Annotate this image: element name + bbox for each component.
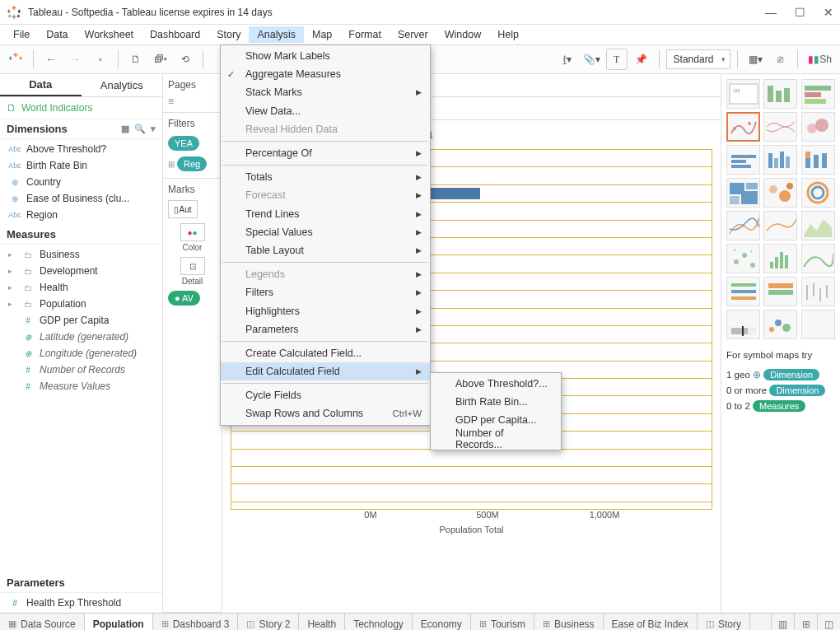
- menu-item[interactable]: Totals▶: [221, 168, 430, 186]
- filter-pill-year[interactable]: YEA: [168, 136, 199, 151]
- submenu-item[interactable]: Above Threshold?...: [431, 375, 561, 393]
- field-item[interactable]: ▸🗀Health: [0, 279, 162, 296]
- menu-item[interactable]: Parameters▶: [221, 320, 430, 338]
- menu-item[interactable]: Cycle Fields: [221, 386, 430, 404]
- menu-item[interactable]: Stack Marks▶: [221, 83, 430, 101]
- field-item[interactable]: ⊕Longitude (generated): [0, 345, 162, 362]
- detail-button[interactable]: ⊡: [180, 257, 205, 275]
- showme-thumb[interactable]: [801, 178, 835, 208]
- showme-thumb[interactable]: [726, 145, 760, 175]
- menu-server[interactable]: Server: [390, 26, 436, 43]
- menu-story[interactable]: Story: [208, 26, 249, 43]
- menu-item[interactable]: Table Layout▶: [221, 241, 430, 259]
- menu-map[interactable]: Map: [304, 26, 340, 43]
- text-icon[interactable]: T: [606, 49, 628, 70]
- menu-item[interactable]: Forecast▶: [221, 186, 430, 204]
- menu-item[interactable]: Special Values▶: [221, 223, 430, 241]
- showme-thumb[interactable]: 123: [726, 79, 760, 109]
- sheet-tab[interactable]: Population: [85, 614, 153, 630]
- menu-worksheet[interactable]: Worksheet: [77, 26, 142, 43]
- menu-analysis[interactable]: Analysis: [249, 26, 304, 43]
- field-item[interactable]: ▸🗀Business: [0, 246, 162, 263]
- maximize-button[interactable]: ☐: [795, 6, 805, 19]
- showme-thumb[interactable]: [726, 277, 760, 306]
- sheet-tab[interactable]: ◫Story 2: [238, 614, 299, 630]
- field-item[interactable]: AbcRegion: [0, 207, 162, 223]
- showme-thumb[interactable]: [801, 112, 835, 142]
- menu-item[interactable]: ✓Aggregate Measures: [221, 65, 430, 83]
- field-item[interactable]: ⊕Latitude (generated): [0, 329, 162, 345]
- line-icon[interactable]: ℓ▾: [557, 49, 578, 70]
- view-icon[interactable]: ▦: [121, 124, 129, 134]
- menu-item[interactable]: Reveal Hidden Data: [221, 120, 430, 138]
- showme-thumb[interactable]: [763, 211, 797, 240]
- sheet-tab[interactable]: Health: [299, 614, 345, 630]
- save-icon[interactable]: ▫: [90, 49, 111, 70]
- analytics-tab[interactable]: Analytics: [82, 74, 163, 96]
- filter-pill-region[interactable]: Reg: [177, 156, 207, 171]
- forward-button[interactable]: →: [65, 49, 86, 70]
- menu-file[interactable]: File: [5, 26, 38, 43]
- sheet-tab[interactable]: ⊞Dashboard 3: [153, 614, 239, 630]
- showme-thumb[interactable]: [763, 310, 797, 339]
- search-icon[interactable]: 🔍: [134, 124, 146, 134]
- back-button[interactable]: ←: [40, 49, 62, 70]
- showme-thumb[interactable]: [801, 211, 835, 240]
- menu-item[interactable]: Percentage Of▶: [221, 144, 430, 162]
- menu-data[interactable]: Data: [38, 26, 76, 43]
- mark-pill[interactable]: ● AV: [168, 291, 200, 306]
- new-worksheet-icon[interactable]: 🗊▾: [150, 49, 171, 70]
- showme-thumb[interactable]: [726, 211, 760, 240]
- menu-format[interactable]: Format: [340, 26, 390, 43]
- submenu-item[interactable]: Number of Records...: [431, 430, 561, 448]
- field-item[interactable]: ⊕Ease of Business (clu...: [0, 190, 162, 207]
- fit-dropdown[interactable]: Standard: [666, 49, 731, 69]
- menu-help[interactable]: Help: [489, 26, 527, 43]
- showme-thumb[interactable]: [801, 310, 835, 339]
- new-story-icon[interactable]: ◫: [817, 614, 840, 630]
- sheet-tab[interactable]: ▦Data Source: [0, 614, 85, 630]
- showme-thumb[interactable]: [801, 145, 835, 175]
- field-item[interactable]: #GDP per Capita: [0, 312, 162, 329]
- showme-thumb[interactable]: [726, 178, 760, 208]
- sheet-tab[interactable]: ◫Story: [698, 614, 750, 630]
- mark-type-selector[interactable]: ▯ Aut: [168, 200, 198, 218]
- showme-thumb[interactable]: [763, 277, 797, 306]
- menu-dropdown-icon[interactable]: ▾: [151, 124, 156, 134]
- field-item[interactable]: ▸🗀Population: [0, 296, 162, 312]
- showme-thumb[interactable]: [763, 79, 797, 109]
- showme-thumb[interactable]: [763, 145, 797, 175]
- presentation-icon[interactable]: ⎚: [769, 49, 791, 70]
- menu-window[interactable]: Window: [436, 26, 489, 43]
- refresh-icon[interactable]: ⟲: [175, 49, 196, 70]
- field-item[interactable]: AbcBirth Rate Bin: [0, 157, 162, 174]
- pages-orientation-icon[interactable]: ≡: [168, 96, 174, 107]
- menu-item[interactable]: Filters▶: [221, 283, 430, 301]
- showme-thumb[interactable]: [763, 112, 797, 142]
- field-item[interactable]: #Measure Values: [0, 378, 162, 394]
- field-item[interactable]: ⊕Country: [0, 174, 162, 190]
- cards-icon[interactable]: ▦▾: [744, 49, 766, 70]
- menu-dashboard[interactable]: Dashboard: [142, 26, 208, 43]
- menu-item[interactable]: Swap Rows and ColumnsCtrl+W: [221, 404, 430, 422]
- showme-thumb[interactable]: ++: [726, 244, 760, 273]
- pin-icon[interactable]: 📎▾: [581, 49, 603, 70]
- showme-thumb[interactable]: [763, 244, 797, 273]
- new-sheet-icon[interactable]: ▥: [771, 614, 794, 630]
- menu-item[interactable]: Create Calculated Field...: [221, 344, 430, 362]
- sheet-tab[interactable]: ⊞Tourism: [471, 614, 534, 630]
- showme-button[interactable]: ▮▮ Sh: [805, 49, 835, 70]
- menu-item[interactable]: Highlighters▶: [221, 301, 430, 320]
- color-button[interactable]: ●●: [180, 223, 205, 241]
- showme-thumb[interactable]: [801, 244, 835, 273]
- minimize-button[interactable]: —: [765, 6, 777, 19]
- field-item[interactable]: #Health Exp Threshold: [0, 595, 162, 611]
- menu-item[interactable]: Trend Lines▶: [221, 205, 430, 223]
- new-dashboard-icon[interactable]: ⊞: [794, 614, 817, 630]
- menu-item[interactable]: View Data...: [221, 102, 430, 120]
- tableau-icon[interactable]: [5, 49, 26, 70]
- new-datasource-icon[interactable]: 🗋: [125, 49, 147, 70]
- submenu-item[interactable]: Birth Rate Bin...: [431, 393, 561, 411]
- showme-thumb[interactable]: [726, 112, 760, 142]
- menu-item[interactable]: Show Mark Labels: [221, 47, 430, 65]
